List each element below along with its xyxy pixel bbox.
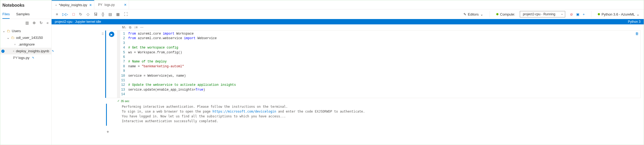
py-icon: PY [98,3,102,7]
code-line[interactable]: 14 [120,92,638,97]
line-number: 13 [120,88,128,92]
notebook-toolbar: ≡ ▷▷ □ ↻ ◇ 🖫 {} ▤ ▦ ⛶ ✎ Editors ⌄ [52,9,644,19]
compute-select[interactable]: project2-cpu - Running [520,11,565,17]
variables-icon[interactable]: {} [102,12,104,16]
compute-status: Running [543,12,555,16]
line-number: 5 [120,50,128,55]
stop-icon[interactable]: □ [72,12,75,16]
code-line[interactable]: 13service.update(enable_app_insights=Tru… [120,88,638,92]
delete-cell-icon[interactable]: 🗑 [635,32,639,36]
code-editor[interactable]: 🗑 1from azureml.core import Workspace2fr… [120,31,640,98]
status-right: Python 3 [628,20,641,24]
code-line[interactable]: 5ws = Workspace.from_config() [120,50,638,55]
tree-file-amlignore[interactable]: ▫ .amlignore [0,41,51,48]
sidebar-toolbar: ▥ ⊕ ↻ « [0,19,51,27]
run-cell-button[interactable]: ▶ [109,32,114,37]
devicelogin-link[interactable]: https://microsoft.com/devicelogin [213,110,276,113]
exec-duration: 35 sec [121,99,129,103]
editors-dropdown[interactable]: ✎ Editors ⌄ [463,12,483,16]
stop-compute-icon[interactable]: ⊘ [570,12,573,16]
file-tree: ⌄ 🗀 Users ⌄ 🗀 odl_user_143150 ▫ .amligno… [0,27,51,62]
convert-markdown-button[interactable]: M↓ [122,25,126,29]
line-number: 10 [120,74,128,78]
line-number: 9 [120,69,128,73]
status-dot-icon [598,13,600,15]
check-icon: ✓ [117,99,120,103]
output-line: Interactive authentication successfully … [122,119,638,124]
editor: M↓ ⧉ ↕≡ ⋯ ⠿ ▶ 🗑 1from azureml.core impor… [52,24,644,145]
grid-icon[interactable]: ▦ [116,12,120,16]
code-line[interactable]: 8name = "bankmarketing-automl" [120,64,638,69]
divider [490,11,490,17]
code-line[interactable]: 1from azureml.core import Workspace [120,32,638,36]
collapse-icon[interactable]: « [46,21,49,25]
tree-file-deploy-insights[interactable]: ✓ ▫ deploy_insights.ipynb ✎ [0,48,51,54]
code-line[interactable]: 12# Update the webservice to activate ap… [120,83,638,87]
expand-icon[interactable]: ⛶ [124,12,128,16]
sidebar-tabs: Files Samples [0,9,51,19]
code-line[interactable]: 10service = Webservice(ws, name) [120,74,638,78]
close-icon[interactable]: ✕ [124,3,127,7]
tree-users[interactable]: ⌄ 🗀 Users [0,28,51,34]
save-icon[interactable]: 🖫 [94,12,97,16]
gutter [117,31,120,98]
drag-handle-icon[interactable]: ⠿ [102,32,104,36]
file-tab-logs[interactable]: PY logs.py ✕ [94,0,129,9]
divider [591,11,591,17]
restart-icon[interactable]: ↻ [79,12,82,16]
tree-label: deploy_insights.ipynb [16,49,49,53]
chevron-down-icon: ⌄ [637,12,639,16]
tree-user-folder[interactable]: ⌄ 🗀 odl_user_143150 [0,34,51,41]
refresh-icon[interactable]: ↻ [40,21,43,25]
tree-label: odl_user_143150 [16,36,43,40]
line-number: 8 [120,64,128,69]
code-line[interactable]: 6 [120,55,638,60]
code-line[interactable]: 9 [120,69,638,73]
tab-samples[interactable]: Samples [16,10,30,19]
sidebar: Notebooks Files Samples ▥ ⊕ ↻ « ⌄ 🗀 User… [0,0,52,145]
status-dot-icon [496,13,498,15]
tab-files[interactable]: Files [2,10,10,19]
file-tab-label: logs.py [104,3,115,7]
terminal-icon[interactable]: ▣ [576,12,579,16]
line-number: 12 [120,83,128,87]
tree-label: .amlignore [18,42,35,46]
chevron-down-icon: ⌄ [480,12,483,16]
editors-label: Editors [468,12,479,16]
compute-label: Compute: [496,12,515,16]
status-left: project2-cpu · Jupyter kernel idle [55,20,101,24]
line-number: 14 [120,92,128,97]
code-line[interactable]: 2from azureml.core.webservice import Web… [120,36,638,41]
code-line[interactable]: 11 [120,78,638,83]
line-number: 6 [120,55,128,60]
code-line[interactable]: 7# Name of the deploy [120,60,638,64]
file-tab-label: *deploy_insights.ipy [59,3,87,7]
py-icon: PY [13,56,17,60]
tree-label: Users [12,29,21,33]
cell-toolbar: M↓ ⧉ ↕≡ ⋯ [52,24,644,30]
tree-file-logs[interactable]: PY logs.py ✎ [0,54,51,61]
kernel-status-bar: project2-cpu · Jupyter kernel idle Pytho… [52,19,644,24]
code-line[interactable]: 4# Get the workspace config [120,46,638,50]
add-cell-button[interactable]: + [106,129,644,135]
move-cell-button[interactable]: ↕≡ [134,25,138,29]
folder-icon: 🗀 [7,29,10,33]
comment-button[interactable]: ⧉ [129,25,131,29]
kernel-select[interactable]: Python 3.6 - AzureML ⌄ [598,12,639,16]
outline-icon[interactable]: ▤ [108,12,112,16]
run-all-icon[interactable]: ▷▷ [62,12,68,16]
code-line[interactable]: 3 [120,41,638,46]
more-button[interactable]: ⋯ [140,25,143,29]
menu-icon[interactable]: ≡ [56,12,58,16]
code-cell[interactable]: ⠿ ▶ 🗑 1from azureml.core import Workspac… [105,30,641,98]
file-tab-deploy-insights[interactable]: ▫ *deploy_insights.ipy ✕ [52,0,94,9]
tree-label: logs.py [18,56,29,60]
add-compute-icon[interactable]: + [583,12,585,16]
output-line: Performing interactive authentication. P… [122,104,638,109]
clear-output-icon[interactable]: ◇ [87,12,89,16]
folder-icon: 🗀 [11,36,14,40]
close-icon[interactable]: ✕ [89,3,92,7]
file-tab-bar: ▫ *deploy_insights.ipy ✕ PY logs.py ✕ [52,0,644,9]
add-file-icon[interactable]: ⊕ [33,21,36,25]
create-folder-icon[interactable]: ▥ [25,21,29,25]
